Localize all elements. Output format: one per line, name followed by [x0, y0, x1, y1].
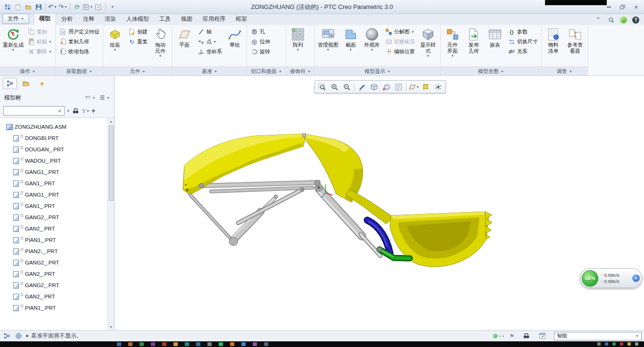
revolve-button[interactable]: 旋转	[248, 47, 272, 57]
favorites-tab[interactable]: ★	[35, 78, 49, 89]
extrude-button[interactable]: 拉伸	[248, 37, 272, 47]
view-manager-button[interactable]	[393, 81, 405, 92]
toggle-status-button[interactable]: 切换状况	[383, 37, 417, 47]
tree-scrollbar[interactable]: ▲ ▼	[107, 118, 114, 330]
tab-file[interactable]: 文件▼	[2, 14, 29, 24]
search-input[interactable]: ✕	[3, 106, 65, 116]
tab-applications[interactable]: 应用程序	[198, 14, 231, 25]
tree-settings-button[interactable]: ▼	[99, 94, 110, 101]
expand-all-button[interactable]: +	[91, 107, 95, 115]
refit-button[interactable]	[316, 81, 328, 92]
search-options-caret[interactable]: ▼	[66, 109, 70, 113]
taskbar-icon[interactable]	[219, 342, 223, 346]
web-browser-toggle-button[interactable]	[14, 332, 23, 340]
group-label-component[interactable]: 元件▼	[103, 66, 172, 75]
relations-button[interactable]: d=关系	[506, 47, 540, 57]
scroll-up-arrow[interactable]: ▲	[108, 118, 115, 124]
saved-orientations-button[interactable]	[380, 81, 392, 92]
sketch-button[interactable]: 草绘	[224, 26, 245, 49]
tray-icon[interactable]	[605, 342, 608, 346]
repeat-button[interactable]: ↻重复	[126, 37, 149, 47]
datum-display-button[interactable]: ▼	[408, 81, 420, 92]
tree-item[interactable]: DONGBI.PRT	[0, 132, 114, 144]
tray-icon[interactable]	[627, 342, 631, 346]
create-button[interactable]: 创建	[126, 27, 149, 37]
taskbar-icon[interactable]	[230, 342, 234, 346]
tree-item[interactable]: PIAN1_.PRT	[0, 302, 114, 314]
tree-item[interactable]: GANG2_.PRT	[0, 280, 114, 291]
axis-button[interactable]: 轴	[195, 27, 224, 37]
search-text-field[interactable]	[5, 108, 57, 114]
regenerate-button[interactable]: 重新生成 ▼	[1, 26, 25, 52]
tab-model[interactable]: 模型	[33, 13, 56, 25]
search-model-button[interactable]	[522, 332, 530, 340]
close-button[interactable]: ✕	[630, 3, 642, 11]
taskbar-icon[interactable]	[253, 342, 257, 346]
group-label-operations[interactable]: 操作▼	[0, 66, 55, 75]
tab-analysis[interactable]: 分析	[56, 14, 78, 25]
navigator-toggle-button[interactable]	[2, 332, 11, 340]
copy-button[interactable]: 复制	[25, 27, 54, 37]
drag-component-button[interactable]: 拖动元件 ▼	[150, 26, 171, 58]
repaint-button[interactable]	[356, 81, 368, 92]
taskbar-icon[interactable]	[128, 342, 132, 346]
point-button[interactable]: 点▼	[195, 37, 224, 47]
csys-button[interactable]: 坐标系	[195, 47, 224, 57]
taskbar-icon[interactable]	[117, 342, 121, 346]
redo-button[interactable]: ↷▼	[58, 2, 68, 12]
restore-button[interactable]	[616, 3, 628, 11]
filter-button[interactable]: ▼	[82, 107, 90, 115]
open-button[interactable]	[23, 2, 33, 12]
folder-browser-tab[interactable]	[19, 78, 33, 89]
group-label-model-display[interactable]: 模型显示▼	[315, 66, 440, 75]
delete-button[interactable]: 删除▼	[25, 47, 54, 57]
tree-item[interactable]: GAN1_.PRT	[0, 178, 114, 189]
group-label-get-data[interactable]: 获取数据▼	[56, 66, 103, 75]
tree-root-item[interactable]: ZONGZHUANG.ASM	[0, 121, 114, 132]
windows-button[interactable]: ▼	[83, 2, 93, 12]
tray-icon[interactable]	[612, 342, 616, 346]
flag-icon[interactable]: ⚑	[509, 333, 514, 339]
close-window-button[interactable]	[93, 2, 103, 12]
taskbar-icon[interactable]	[207, 342, 212, 346]
group-label-datum[interactable]: 基准▼	[173, 66, 247, 75]
manage-views-button[interactable]: 管理视图 ▼	[316, 26, 340, 52]
model-tree-tab[interactable]	[3, 78, 17, 89]
graphics-viewport[interactable]: ▼ 68% ↑0.05K/s ↓0.05K/s +	[115, 76, 644, 330]
tree-filter-button[interactable]: T▼	[84, 94, 95, 101]
tray-icon[interactable]	[620, 342, 623, 346]
windows-taskbar[interactable]	[0, 341, 644, 347]
tray-icon[interactable]	[635, 342, 638, 346]
tree-item[interactable]: GAN1_.PRT	[0, 200, 114, 212]
group-label-investigate[interactable]: 调查▼	[542, 66, 587, 75]
group-label-cuts-surfaces[interactable]: 切口和曲面▼	[247, 66, 286, 75]
copy-geometry-button[interactable]: 复制几何	[57, 37, 101, 47]
command-search-button[interactable]	[607, 16, 615, 24]
section-button[interactable]: 截面 ▼	[340, 26, 361, 52]
tree-item[interactable]: PIAN1_.PRT	[0, 234, 114, 246]
taskbar-icon[interactable]	[241, 342, 246, 346]
reference-viewer-button[interactable]: 参考查看器	[564, 26, 586, 55]
app-button[interactable]	[2, 2, 12, 12]
paste-button[interactable]: 粘贴▼	[25, 37, 54, 47]
group-label-model-intent[interactable]: 模型意图▼	[441, 66, 541, 75]
hole-button[interactable]: 孔	[248, 27, 272, 37]
assemble-button[interactable]: 组装 ▼	[105, 26, 125, 52]
annotation-display-button[interactable]	[420, 81, 432, 92]
spin-center-button[interactable]	[432, 81, 444, 92]
tree-item[interactable]: PIAN2-_.PRT	[0, 246, 114, 257]
component-interface-button[interactable]: 元件界面 ▼	[442, 26, 463, 58]
undo-button[interactable]: ↶▼	[48, 2, 58, 12]
bom-button[interactable]: i 物料清单	[543, 26, 564, 55]
tree-item[interactable]: GAN2_.PRT	[0, 223, 114, 234]
switch-dimensions-button[interactable]: 切换尺寸	[506, 37, 540, 47]
exploded-view-button[interactable]: 分解图▼	[383, 27, 417, 37]
system-tray[interactable]	[597, 342, 638, 346]
tab-annotate[interactable]: 注释	[78, 14, 99, 25]
tab-framework[interactable]: 框架	[231, 14, 252, 25]
scroll-down-arrow[interactable]: ▼	[108, 323, 115, 330]
edit-position-button[interactable]: 编辑位置	[383, 47, 417, 57]
display-style-button[interactable]: 显示样式 ▼	[417, 26, 439, 58]
network-speed-widget[interactable]: 68% ↑0.05K/s ↓0.05K/s +	[580, 268, 642, 288]
selection-filter[interactable]: 智能 ▼	[554, 332, 642, 340]
